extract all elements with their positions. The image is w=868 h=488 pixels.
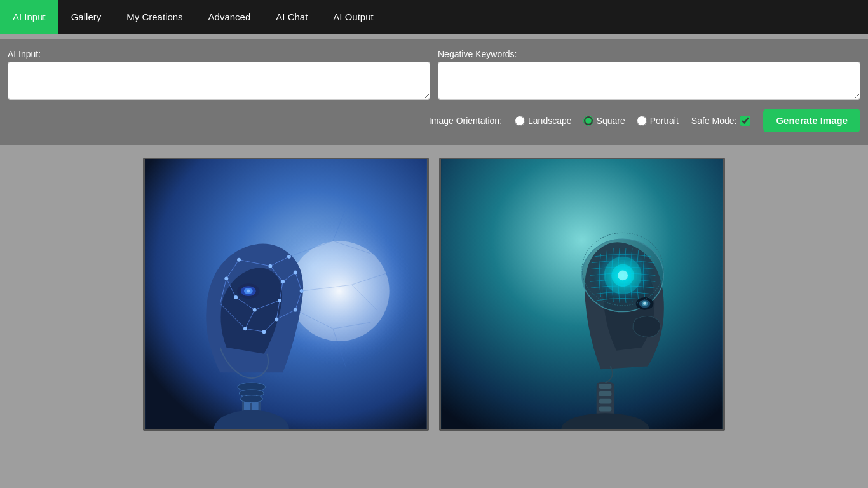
svg-point-10	[247, 290, 250, 293]
svg-point-36	[294, 271, 297, 274]
nav-my-creations[interactable]: My Creations	[114, 0, 195, 34]
svg-point-31	[268, 264, 272, 268]
ai-input-group: AI Input:	[8, 49, 430, 100]
toolbar-area: AI Input: Negative Keywords: Image Orien…	[0, 39, 868, 145]
nav-ai-input[interactable]: AI Input	[0, 0, 58, 34]
negative-keywords-group: Negative Keywords:	[438, 49, 860, 100]
orientation-portrait-radio[interactable]	[637, 116, 647, 126]
orientation-landscape-radio[interactable]	[515, 116, 525, 126]
svg-point-39	[243, 327, 247, 330]
svg-point-32	[287, 255, 291, 259]
orientation-portrait[interactable]: Portrait	[637, 116, 679, 126]
svg-rect-61	[599, 407, 612, 412]
svg-point-35	[281, 280, 285, 283]
controls-row: Image Orientation: Landscape Square Port…	[8, 109, 860, 132]
svg-point-73	[643, 302, 646, 305]
safe-mode-label: Safe Mode:	[691, 116, 737, 126]
ai-input-field[interactable]	[8, 62, 430, 100]
orientation-landscape[interactable]: Landscape	[515, 116, 572, 126]
inputs-row: AI Input: Negative Keywords:	[8, 49, 860, 100]
svg-rect-58	[599, 384, 612, 389]
svg-point-37	[278, 299, 281, 302]
nav-advanced[interactable]: Advanced	[196, 0, 264, 34]
ai-input-label: AI Input:	[8, 49, 430, 59]
svg-rect-60	[599, 399, 612, 404]
navigation: AI Input Gallery My Creations Advanced A…	[0, 0, 868, 34]
svg-point-34	[234, 295, 238, 299]
images-section	[0, 145, 868, 444]
generated-image-1	[143, 158, 429, 431]
negative-keywords-field[interactable]	[438, 62, 860, 100]
svg-point-30	[237, 258, 241, 262]
svg-rect-59	[599, 391, 612, 396]
generated-image-2	[439, 158, 725, 431]
svg-point-38	[253, 308, 257, 312]
safe-mode-group: Safe Mode:	[691, 116, 751, 126]
svg-point-55	[240, 395, 262, 403]
safe-mode-checkbox[interactable]	[740, 116, 750, 126]
generate-image-button[interactable]: Generate Image	[763, 109, 860, 132]
nav-ai-output[interactable]: AI Output	[320, 0, 386, 34]
orientation-options: Landscape Square Portrait	[515, 116, 679, 126]
orientation-square-radio[interactable]	[583, 116, 593, 126]
nav-gallery[interactable]: Gallery	[58, 0, 114, 34]
svg-point-40	[262, 330, 266, 334]
negative-keywords-label: Negative Keywords:	[438, 49, 860, 59]
svg-point-2	[289, 241, 390, 341]
nav-ai-chat[interactable]: AI Chat	[263, 0, 320, 34]
svg-point-41	[275, 317, 278, 321]
svg-point-69	[618, 271, 628, 281]
svg-point-33	[224, 276, 228, 280]
orientation-label: Image Orientation:	[429, 116, 502, 126]
orientation-square[interactable]: Square	[583, 116, 625, 126]
svg-rect-56	[441, 159, 723, 429]
